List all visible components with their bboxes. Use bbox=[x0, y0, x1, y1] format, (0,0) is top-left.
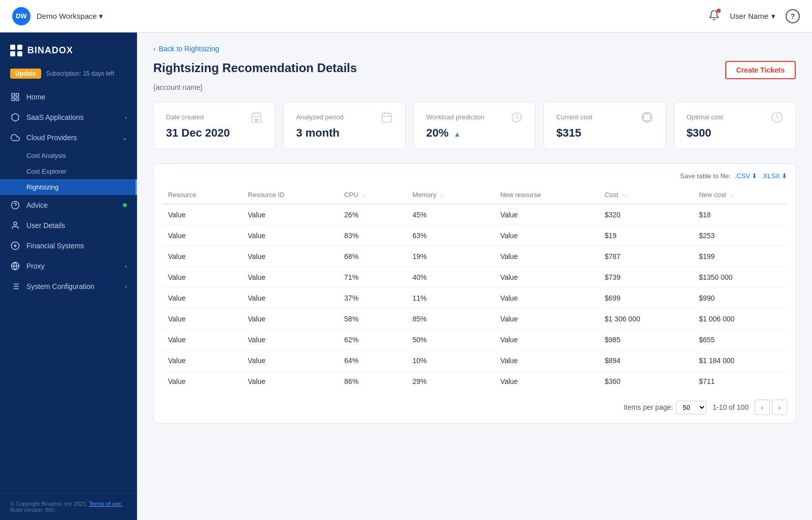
advice-icon bbox=[10, 200, 20, 210]
workload-card-row: Workload prediction bbox=[426, 111, 523, 126]
col-cost[interactable]: Cost ↑↓ bbox=[598, 186, 693, 204]
col-new-resource[interactable]: New resourse bbox=[494, 186, 599, 204]
table-cell: $320 bbox=[598, 204, 693, 225]
per-page-select[interactable]: 50 25 100 bbox=[676, 401, 706, 414]
advice-dot-icon bbox=[123, 203, 127, 207]
table-cell: $18 bbox=[693, 204, 787, 225]
table-cell: Value bbox=[162, 309, 242, 330]
footer-terms-link[interactable]: Terms of use. bbox=[89, 501, 122, 507]
sidebar-item-home[interactable]: Home bbox=[0, 87, 137, 107]
prev-page-button[interactable]: ‹ bbox=[755, 400, 770, 415]
sidebar-subitem-rightsizing[interactable]: Rightsizing bbox=[0, 179, 137, 195]
current-cost-icon bbox=[641, 111, 653, 126]
table-cell: $894 bbox=[598, 350, 693, 371]
table-cell: 40% bbox=[407, 267, 494, 288]
main-content: ‹ Back to Rightsizing Rightsizing Recome… bbox=[137, 32, 812, 520]
cost-sort-icon: ↑↓ bbox=[622, 192, 627, 198]
calendar-icon: 10 bbox=[250, 111, 262, 126]
sidebar-item-financial[interactable]: Financial Systems bbox=[0, 236, 137, 256]
user-name-label: User Name bbox=[730, 12, 768, 20]
cloud-icon bbox=[10, 133, 20, 143]
table-toolbar: Save table to file: .CSV ⬇ .XLSX ⬇ bbox=[162, 172, 787, 180]
col-memory[interactable]: Memory ↑↓ bbox=[407, 186, 494, 204]
items-per-page: Items per page: 50 25 100 bbox=[624, 401, 706, 414]
csv-download-icon: ⬇ bbox=[752, 172, 757, 180]
date-created-card: Date created 10 31 Dec 2020 bbox=[153, 102, 275, 149]
sidebar-saas-label: SaaS Applications bbox=[26, 113, 84, 121]
layout: BINADOX Update Subscription: 15 days lef… bbox=[0, 32, 812, 520]
header-left: DW Demo Workspace ▾ bbox=[12, 7, 103, 25]
sidebar-item-advice[interactable]: Advice bbox=[0, 195, 137, 215]
optimal-cost-label: Optimal cost bbox=[687, 113, 723, 121]
col-new-cost[interactable]: New cost ↑↓ bbox=[693, 186, 787, 204]
subscription-text: Subscription: 15 days left bbox=[46, 70, 114, 77]
table-row: ValueValue58%85%Value$1 306 000$1 006 00… bbox=[162, 309, 787, 330]
col-cpu[interactable]: CPU ↑↓ bbox=[338, 186, 406, 204]
save-table-label: Save table to file: bbox=[680, 172, 731, 180]
items-per-page-label: Items per page: bbox=[624, 403, 673, 411]
info-cards: Date created 10 31 Dec 2020 Analyzed per… bbox=[153, 102, 796, 149]
logo-grid-icon bbox=[10, 45, 22, 56]
table-row: ValueValue64%10%Value$894$1 184 000 bbox=[162, 350, 787, 371]
saas-chevron-icon: › bbox=[125, 114, 127, 120]
table-cell: Value bbox=[242, 267, 338, 288]
date-created-value: 31 Dec 2020 bbox=[166, 126, 262, 140]
col-resource-id[interactable]: Resource ID bbox=[242, 186, 338, 204]
table-cell: 50% bbox=[407, 330, 494, 350]
sidebar-subitem-cost-analysis[interactable]: Cost Analysis bbox=[0, 148, 137, 164]
back-link[interactable]: ‹ Back to Rightsizing bbox=[153, 45, 796, 53]
table-cell: $1350 000 bbox=[693, 267, 787, 288]
home-icon bbox=[10, 92, 20, 102]
subscription-bar: Update Subscription: 15 days left bbox=[0, 64, 137, 87]
col-resource[interactable]: Resource bbox=[162, 186, 242, 204]
table-cell: 58% bbox=[338, 309, 406, 330]
xlsx-download-link[interactable]: .XLSX ⬇ bbox=[761, 172, 787, 180]
sidebar-financial-label: Financial Systems bbox=[26, 242, 84, 250]
user-menu[interactable]: User Name ▾ bbox=[730, 12, 775, 21]
table-cell: Value bbox=[242, 246, 338, 267]
sidebar-item-proxy[interactable]: Proxy › bbox=[0, 256, 137, 276]
page-range-label: 1-10 of 100 bbox=[713, 403, 749, 411]
sidebar-cloud-label: Cloud Providers bbox=[26, 134, 77, 142]
table-row: ValueValue62%50%Value$985$655 bbox=[162, 330, 787, 350]
sidebar-item-saas[interactable]: SaaS Applications › bbox=[0, 107, 137, 127]
create-tickets-button[interactable]: Create Tickets bbox=[725, 61, 796, 79]
next-page-button[interactable]: › bbox=[772, 400, 787, 415]
table-cell: $699 bbox=[598, 288, 693, 309]
memory-sort-icon: ↑↓ bbox=[439, 192, 445, 198]
back-link-label: Back to Rightsizing bbox=[159, 45, 219, 53]
logo-text: BINADOX bbox=[27, 45, 73, 56]
sidebar-item-user-details[interactable]: User Details bbox=[0, 215, 137, 236]
current-cost-value: $315 bbox=[556, 126, 653, 140]
help-button[interactable]: ? bbox=[786, 9, 800, 23]
table-cell: Value bbox=[494, 330, 599, 350]
svg-text:10: 10 bbox=[255, 118, 258, 121]
analyzed-period-value: 3 month bbox=[296, 126, 392, 140]
svg-rect-1 bbox=[16, 93, 19, 96]
csv-download-link[interactable]: .CSV ⬇ bbox=[735, 172, 757, 180]
table-cell: 71% bbox=[338, 267, 406, 288]
optimal-cost-value: $300 bbox=[687, 126, 783, 140]
back-chevron-icon: ‹ bbox=[153, 45, 156, 53]
table-cell: Value bbox=[494, 246, 599, 267]
svg-rect-0 bbox=[12, 93, 14, 96]
table-cell: $253 bbox=[693, 225, 787, 246]
table-cell: 11% bbox=[407, 288, 494, 309]
sidebar-subitem-cost-explorer[interactable]: Cost Explorer bbox=[0, 164, 137, 179]
notification-button[interactable] bbox=[708, 10, 720, 23]
date-card-row: Date created 10 bbox=[166, 111, 262, 126]
workload-prediction-card: Workload prediction 20% ▲ bbox=[414, 102, 535, 149]
pagination: Items per page: 50 25 100 1-10 of 100 ‹ … bbox=[162, 400, 787, 415]
current-cost-label: Current cost bbox=[556, 113, 592, 121]
update-button[interactable]: Update bbox=[10, 69, 41, 79]
saas-icon bbox=[10, 112, 20, 122]
table-cell: $360 bbox=[598, 371, 693, 392]
workspace-selector[interactable]: Demo Workspace ▾ bbox=[37, 12, 103, 21]
sidebar-item-cloud[interactable]: Cloud Providers ⌄ bbox=[0, 127, 137, 148]
sidebar-item-system-config[interactable]: System Configuration › bbox=[0, 276, 137, 297]
svg-rect-23 bbox=[382, 113, 391, 122]
date-created-label: Date created bbox=[166, 113, 204, 121]
user-chevron-icon: ▾ bbox=[771, 12, 775, 21]
xlsx-download-icon: ⬇ bbox=[782, 172, 787, 180]
svg-rect-3 bbox=[16, 98, 19, 101]
